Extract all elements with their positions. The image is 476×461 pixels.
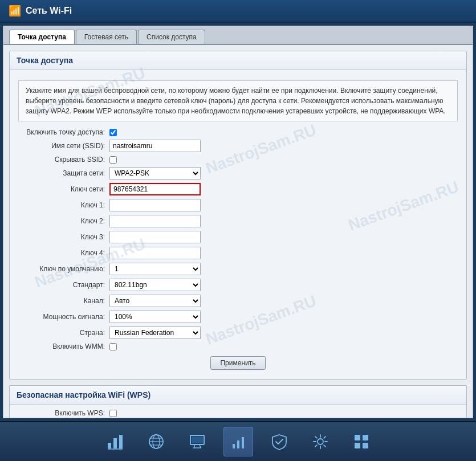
wps-panel: Безопасная настройка WiFi (WPS) Включить… xyxy=(9,385,467,418)
ssid-row: Имя сети (SSID): xyxy=(18,140,458,152)
power-select[interactable]: 100% 75% 50% 25% xyxy=(109,311,201,323)
ssid-input[interactable] xyxy=(109,140,201,152)
page-header: 📶 Сеть Wi-Fi xyxy=(0,0,476,23)
wmm-row: Включить WMM: xyxy=(18,342,458,350)
page-title: Сеть Wi-Fi xyxy=(26,6,72,16)
ssid-label: Имя сети (SSID): xyxy=(18,142,109,150)
wifi-header-icon: 📶 xyxy=(9,5,21,17)
bottom-nav xyxy=(0,421,476,461)
wps-body: Включить WPS: Пин-код WPS: Применить Зап… xyxy=(10,405,466,418)
key2-input[interactable] xyxy=(109,215,201,227)
key3-label: Ключ 3: xyxy=(18,233,109,241)
power-label: Мощность сигнала: xyxy=(18,313,109,321)
key3-row: Ключ 3: xyxy=(18,231,458,243)
access-point-body: Укажите имя для вашей беспроводной сети,… xyxy=(10,70,466,379)
nav-wifi-icon[interactable] xyxy=(223,427,253,456)
tabs-bar: Точка доступа Гостевая сеть Список досту… xyxy=(3,26,473,45)
tab-access-point[interactable]: Точка доступа xyxy=(9,30,75,44)
nav-globe-icon[interactable] xyxy=(141,427,171,456)
key4-row: Ключ 4: xyxy=(18,247,458,259)
svg-line-13 xyxy=(200,444,201,448)
wmm-label: Включить WMM: xyxy=(18,342,109,350)
key4-input[interactable] xyxy=(109,247,201,259)
key1-label: Ключ 1: xyxy=(18,201,109,209)
enable-ap-label: Включить точку доступа: xyxy=(18,128,109,136)
hide-ssid-checkbox[interactable] xyxy=(109,156,117,164)
enable-ap-checkbox[interactable] xyxy=(109,129,117,136)
info-box: Укажите имя для вашей беспроводной сети,… xyxy=(18,80,458,121)
apply-btn-row: Применить xyxy=(18,356,458,370)
apply-button[interactable]: Применить xyxy=(210,356,265,370)
svg-line-12 xyxy=(194,444,195,448)
main-container: 📶 Сеть Wi-Fi NastrojSam.RU NastrojSam.RU… xyxy=(0,0,476,461)
country-label: Страна: xyxy=(18,329,109,337)
svg-rect-0 xyxy=(108,443,111,448)
security-row: Защита сети: WPA2-PSK WPA-PSK WEP Нет xyxy=(18,167,458,179)
svg-point-18 xyxy=(318,439,323,444)
access-point-title: Точка доступа xyxy=(10,51,466,70)
hide-ssid-row: Скрывать SSID: xyxy=(18,156,458,164)
power-row: Мощность сигнала: 100% 75% 50% 25% xyxy=(18,311,458,323)
svg-rect-22 xyxy=(363,443,368,448)
svg-rect-21 xyxy=(355,443,360,448)
key4-label: Ключ 4: xyxy=(18,249,109,257)
svg-rect-15 xyxy=(233,444,235,448)
key3-input[interactable] xyxy=(109,231,201,243)
default-key-row: Ключ по умолчанию: 1 2 3 4 xyxy=(18,263,458,275)
enable-wps-label: Включить WPS: xyxy=(18,409,109,417)
nav-lan-icon[interactable] xyxy=(182,427,212,456)
standard-row: Стандарт: 802.11bgn 802.11bg 802.11n xyxy=(18,279,458,291)
content-area: NastrojSam.RU NastrojSam.RU NastrojSam.R… xyxy=(3,26,473,418)
svg-rect-19 xyxy=(355,435,360,440)
tab-guest-network[interactable]: Гостевая сеть xyxy=(76,30,137,44)
security-label: Защита сети: xyxy=(18,169,109,177)
channel-select[interactable]: Авто 1234 5678 91011 xyxy=(109,295,201,307)
standard-select[interactable]: 802.11bgn 802.11bg 802.11n xyxy=(109,279,201,291)
key2-label: Ключ 2: xyxy=(18,217,109,225)
wps-title: Безопасная настройка WiFi (WPS) xyxy=(10,386,466,405)
key-label: Ключ сети: xyxy=(18,185,109,193)
enable-ap-row: Включить точку доступа: xyxy=(18,128,458,136)
access-point-panel: Точка доступа Укажите имя для вашей бесп… xyxy=(9,51,467,380)
security-select[interactable]: WPA2-PSK WPA-PSK WEP Нет xyxy=(109,167,201,179)
tab-access-list[interactable]: Список доступа xyxy=(138,30,205,44)
channel-row: Канал: Авто 1234 5678 91011 xyxy=(18,295,458,307)
enable-wps-checkbox[interactable] xyxy=(109,410,117,417)
country-select[interactable]: Russian Federation United States Germany xyxy=(109,327,201,339)
svg-rect-2 xyxy=(119,435,123,448)
svg-rect-1 xyxy=(113,438,117,448)
key-row: Ключ сети: xyxy=(18,183,458,195)
svg-rect-16 xyxy=(237,440,239,448)
svg-rect-17 xyxy=(242,437,244,448)
key-input[interactable] xyxy=(109,183,201,195)
default-key-label: Ключ по умолчанию: xyxy=(18,265,109,273)
wmm-checkbox[interactable] xyxy=(109,343,117,350)
key2-row: Ключ 2: xyxy=(18,215,458,227)
nav-gear-icon[interactable] xyxy=(306,427,335,456)
country-row: Страна: Russian Federation United States… xyxy=(18,327,458,339)
key1-input[interactable] xyxy=(109,199,201,211)
hide-ssid-label: Скрывать SSID: xyxy=(18,156,109,164)
enable-wps-row: Включить WPS: xyxy=(18,409,458,417)
nav-statistics-icon[interactable] xyxy=(100,427,130,456)
svg-rect-20 xyxy=(363,435,368,440)
key1-row: Ключ 1: xyxy=(18,199,458,211)
svg-rect-11 xyxy=(192,436,203,443)
standard-label: Стандарт: xyxy=(18,281,109,289)
nav-shield-icon[interactable] xyxy=(265,427,294,456)
channel-label: Канал: xyxy=(18,297,109,305)
info-text: Укажите имя для вашей беспроводной сети,… xyxy=(26,87,446,115)
default-key-select[interactable]: 1 2 3 4 xyxy=(109,263,201,275)
nav-apps-icon[interactable] xyxy=(347,427,376,456)
